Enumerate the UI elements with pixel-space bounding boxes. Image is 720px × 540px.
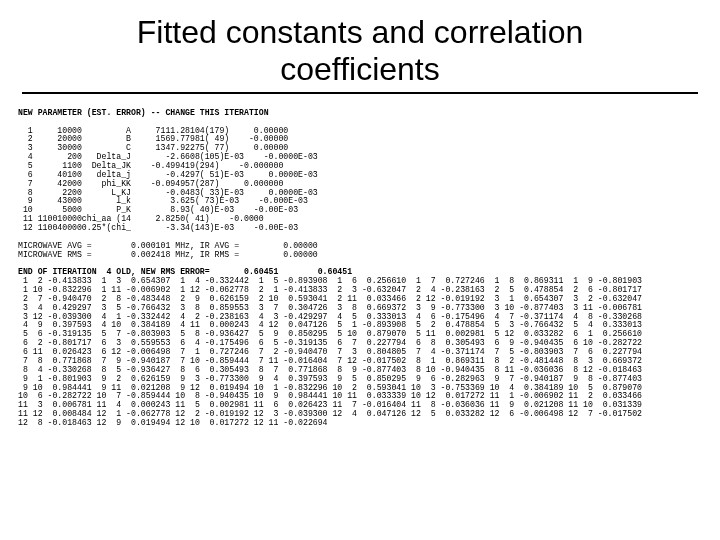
parameters-header: NEW PARAMETER (EST. ERROR) -- CHANGE THI… bbox=[18, 108, 269, 117]
end-iteration-line: END OF ITERATION 4 OLD, NEW RMS ERROR= 0… bbox=[18, 267, 352, 276]
correlation-rows: 1 2 -0.413833 1 3 0.654307 1 4 -0.332442… bbox=[18, 276, 642, 427]
text-body: NEW PARAMETER (EST. ERROR) -- CHANGE THI… bbox=[0, 94, 720, 437]
page-title: Fitted constants and correlation coeffic… bbox=[22, 0, 698, 94]
param-rows: 1 10000 A 7111.28104(179) 0.00000 2 2000… bbox=[18, 126, 318, 232]
mw-rms-line: MICROWAVE RMS = 0.002418 MHz, IR RMS = 0… bbox=[18, 250, 318, 259]
mw-avg-line: MICROWAVE AVG = 0.000101 MHz, IR AVG = 0… bbox=[18, 241, 318, 250]
